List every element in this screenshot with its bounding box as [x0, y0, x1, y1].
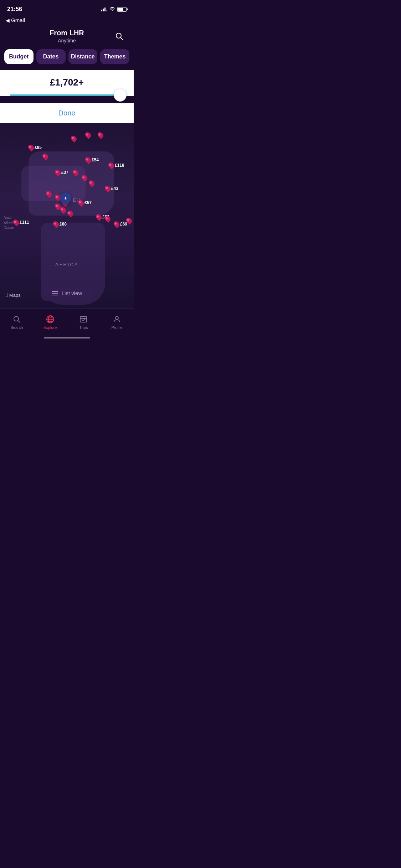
- pin-marker-icon: [70, 135, 78, 143]
- price-pin[interactable]: [86, 132, 92, 138]
- price-pin[interactable]: [43, 153, 49, 160]
- gmail-back[interactable]: ◀ Gmail: [0, 16, 134, 26]
- search-nav-label: Search: [10, 325, 23, 330]
- price-pin[interactable]: [71, 135, 77, 142]
- price-pin[interactable]: [98, 132, 104, 138]
- current-location-pin[interactable]: ✈: [60, 192, 71, 204]
- pin-marker-icon: [66, 210, 74, 218]
- pin-marker-icon: [41, 153, 50, 161]
- pin-marker-icon: [95, 213, 103, 221]
- explore-nav-label: Explore: [43, 325, 57, 330]
- done-button[interactable]: Done: [58, 109, 76, 117]
- home-indicator: [0, 334, 134, 341]
- bottom-nav: Search Explore Trips: [0, 308, 134, 334]
- list-view-button[interactable]: List view: [41, 285, 93, 301]
- budget-amount: £1,702+: [7, 77, 127, 88]
- page-title: From LHR: [21, 29, 112, 37]
- pin-marker-icon: [97, 131, 105, 139]
- list-icon: [52, 291, 58, 295]
- nav-search[interactable]: Search: [0, 315, 34, 330]
- done-section: Done: [0, 103, 134, 123]
- price-pin[interactable]: £111: [14, 219, 29, 226]
- pin-marker-icon: [77, 199, 85, 207]
- pin-marker-icon: [84, 131, 92, 139]
- africa-label: AFRICA: [55, 262, 79, 267]
- tab-themes[interactable]: Themes: [100, 49, 129, 64]
- maps-label: Maps: [9, 293, 21, 298]
- profile-nav-icon: [112, 315, 122, 324]
- price-pin[interactable]: £54: [86, 157, 99, 163]
- nav-trips[interactable]: Trips: [67, 315, 101, 330]
- price-pin[interactable]: [46, 191, 52, 197]
- globe-nav-icon: [46, 315, 55, 324]
- svg-line-1: [121, 38, 123, 40]
- pin-marker-icon: [27, 144, 35, 152]
- status-bar: 21:56: [0, 0, 134, 16]
- budget-slider-container[interactable]: [7, 94, 127, 96]
- price-pin[interactable]: £57: [78, 200, 92, 206]
- slider-fill: [10, 94, 116, 96]
- pin-marker-icon: [54, 169, 62, 177]
- search-button[interactable]: [112, 29, 127, 43]
- svg-point-2: [14, 316, 19, 321]
- back-arrow-icon: ◀: [6, 17, 10, 23]
- profile-nav-label: Profile: [112, 325, 123, 330]
- pin-marker-icon: [72, 169, 80, 177]
- pin-marker-icon: [88, 179, 96, 187]
- price-pin[interactable]: £88: [53, 221, 67, 227]
- price-pin[interactable]: [68, 210, 74, 217]
- pin-marker-icon: [107, 161, 115, 170]
- trips-nav-icon: [79, 315, 88, 324]
- apple-logo-icon: : [6, 292, 8, 298]
- pin-marker-icon: [125, 217, 133, 225]
- plane-icon: ✈: [63, 195, 68, 201]
- price-pin[interactable]: £95: [29, 144, 42, 151]
- budget-section: £1,702+: [0, 70, 134, 96]
- slider-thumb[interactable]: [114, 89, 127, 102]
- status-time: 21:56: [7, 6, 22, 13]
- pin-marker-icon: [104, 185, 112, 193]
- price-pin[interactable]: [105, 216, 111, 222]
- pin-marker-icon: [59, 206, 67, 214]
- price-pin[interactable]: [82, 175, 88, 181]
- price-pin[interactable]: £37: [55, 169, 68, 176]
- map-section: NorthAtlanticOcean EU AFRICA ✈ £95 £54 £…: [0, 123, 134, 308]
- back-label: Gmail: [11, 17, 25, 23]
- svg-point-13: [115, 316, 118, 319]
- tab-distance[interactable]: Distance: [68, 49, 98, 64]
- price-pin[interactable]: £69: [114, 221, 127, 227]
- price-pin[interactable]: £43: [105, 185, 118, 192]
- tab-dates[interactable]: Dates: [36, 49, 66, 64]
- signal-icon: [101, 7, 107, 11]
- slider-track: [10, 94, 124, 96]
- pin-marker-icon: [113, 220, 121, 228]
- app-header: From LHR Anytime: [0, 26, 134, 49]
- list-view-label: List view: [62, 290, 82, 296]
- battery-icon: [117, 7, 127, 12]
- nav-explore[interactable]: Explore: [34, 315, 67, 330]
- price-pin[interactable]: [89, 180, 95, 186]
- home-bar: [44, 337, 90, 339]
- svg-rect-9: [80, 316, 87, 322]
- pin-marker-icon: [45, 190, 53, 198]
- filter-tabs: Budget Dates Distance Themes: [0, 49, 134, 70]
- pin-marker-icon: [84, 156, 92, 164]
- pin-marker-icon: [52, 220, 60, 228]
- pin-marker-icon: [104, 215, 112, 223]
- svg-point-0: [116, 33, 121, 38]
- header-center: From LHR Anytime: [21, 29, 112, 43]
- nav-profile[interactable]: Profile: [100, 315, 134, 330]
- search-nav-icon: [12, 315, 21, 324]
- header-subtitle: Anytime: [21, 38, 112, 43]
- pin-marker-icon: [81, 174, 89, 182]
- svg-line-3: [18, 321, 20, 322]
- pin-marker-icon: [12, 218, 20, 227]
- trips-nav-label: Trips: [79, 325, 88, 330]
- apple-maps-badge:  Maps: [6, 292, 21, 298]
- price-pin[interactable]: [127, 217, 133, 224]
- price-pin[interactable]: [61, 207, 67, 213]
- wifi-icon: [109, 6, 115, 12]
- tab-budget[interactable]: Budget: [4, 49, 34, 64]
- price-pin[interactable]: £118: [109, 162, 124, 169]
- price-pin[interactable]: [73, 169, 79, 176]
